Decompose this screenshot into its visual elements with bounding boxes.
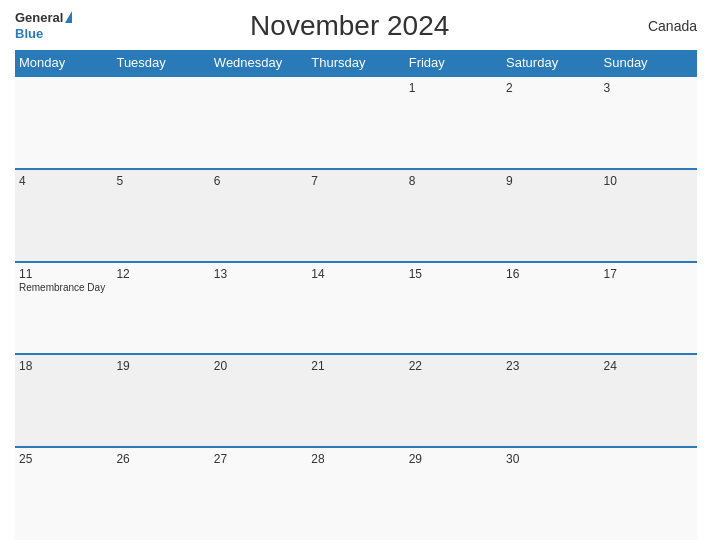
day-number: 2	[506, 81, 595, 95]
logo: General Blue	[15, 10, 72, 41]
col-friday: Friday	[405, 50, 502, 76]
day-number: 15	[409, 267, 498, 281]
day-number: 6	[214, 174, 303, 188]
weekday-header-row: Monday Tuesday Wednesday Thursday Friday…	[15, 50, 697, 76]
table-row: 2	[502, 76, 599, 169]
day-number: 23	[506, 359, 595, 373]
table-row: 29	[405, 447, 502, 540]
table-row: 23	[502, 354, 599, 447]
table-row: 27	[210, 447, 307, 540]
day-number: 16	[506, 267, 595, 281]
table-row: 17	[600, 262, 697, 355]
table-row	[600, 447, 697, 540]
day-number: 3	[604, 81, 693, 95]
table-row: 8	[405, 169, 502, 262]
calendar-week-row: 18192021222324	[15, 354, 697, 447]
day-number: 21	[311, 359, 400, 373]
table-row: 20	[210, 354, 307, 447]
day-number: 26	[116, 452, 205, 466]
table-row: 22	[405, 354, 502, 447]
day-number: 1	[409, 81, 498, 95]
table-row: 4	[15, 169, 112, 262]
table-row: 10	[600, 169, 697, 262]
month-title: November 2024	[72, 10, 627, 42]
day-number: 9	[506, 174, 595, 188]
col-tuesday: Tuesday	[112, 50, 209, 76]
day-number: 10	[604, 174, 693, 188]
day-number: 20	[214, 359, 303, 373]
day-number: 22	[409, 359, 498, 373]
day-number: 11	[19, 267, 108, 281]
calendar-week-row: 11Remembrance Day121314151617	[15, 262, 697, 355]
table-row: 12	[112, 262, 209, 355]
calendar-week-row: 123	[15, 76, 697, 169]
table-row: 28	[307, 447, 404, 540]
day-number: 14	[311, 267, 400, 281]
col-thursday: Thursday	[307, 50, 404, 76]
table-row: 25	[15, 447, 112, 540]
table-row: 26	[112, 447, 209, 540]
calendar-header: General Blue November 2024 Canada	[15, 10, 697, 42]
day-number: 24	[604, 359, 693, 373]
day-number: 5	[116, 174, 205, 188]
table-row	[210, 76, 307, 169]
day-number: 29	[409, 452, 498, 466]
table-row: 21	[307, 354, 404, 447]
day-number: 18	[19, 359, 108, 373]
table-row: 6	[210, 169, 307, 262]
table-row: 24	[600, 354, 697, 447]
day-number: 4	[19, 174, 108, 188]
col-sunday: Sunday	[600, 50, 697, 76]
event-label: Remembrance Day	[19, 282, 108, 293]
day-number: 13	[214, 267, 303, 281]
table-row	[112, 76, 209, 169]
calendar-table: Monday Tuesday Wednesday Thursday Friday…	[15, 50, 697, 540]
day-number: 27	[214, 452, 303, 466]
col-monday: Monday	[15, 50, 112, 76]
day-number: 7	[311, 174, 400, 188]
logo-general-text: General	[15, 10, 63, 26]
day-number: 12	[116, 267, 205, 281]
table-row: 5	[112, 169, 209, 262]
calendar-week-row: 252627282930	[15, 447, 697, 540]
table-row	[15, 76, 112, 169]
table-row: 11Remembrance Day	[15, 262, 112, 355]
table-row: 16	[502, 262, 599, 355]
logo-triangle-icon	[65, 11, 72, 23]
day-number: 25	[19, 452, 108, 466]
table-row: 13	[210, 262, 307, 355]
table-row: 30	[502, 447, 599, 540]
table-row: 14	[307, 262, 404, 355]
table-row: 3	[600, 76, 697, 169]
day-number: 8	[409, 174, 498, 188]
table-row: 15	[405, 262, 502, 355]
day-number: 19	[116, 359, 205, 373]
table-row: 9	[502, 169, 599, 262]
day-number: 28	[311, 452, 400, 466]
table-row: 19	[112, 354, 209, 447]
table-row: 18	[15, 354, 112, 447]
col-saturday: Saturday	[502, 50, 599, 76]
table-row	[307, 76, 404, 169]
calendar-container: General Blue November 2024 Canada Monday…	[0, 0, 712, 550]
country-label: Canada	[627, 18, 697, 34]
day-number: 17	[604, 267, 693, 281]
logo-blue-text: Blue	[15, 26, 43, 42]
day-number: 30	[506, 452, 595, 466]
table-row: 7	[307, 169, 404, 262]
calendar-week-row: 45678910	[15, 169, 697, 262]
table-row: 1	[405, 76, 502, 169]
col-wednesday: Wednesday	[210, 50, 307, 76]
